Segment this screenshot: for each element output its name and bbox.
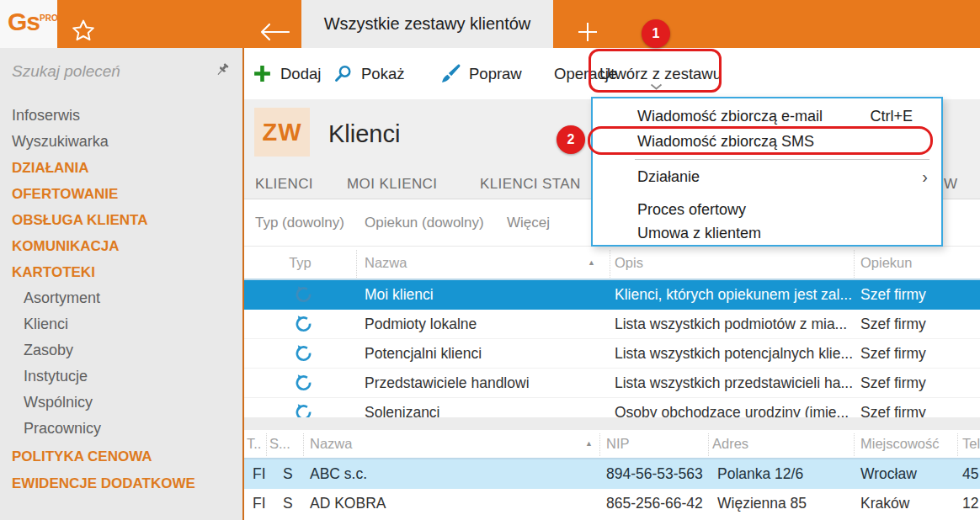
client-phone: 45 xyxy=(962,459,978,489)
new-tab-icon[interactable] xyxy=(576,20,599,44)
clients-col-nazwa[interactable]: Nazwa xyxy=(310,430,352,458)
annotation-step2-marker: 2 xyxy=(557,125,585,154)
sets-table-row-clipped[interactable]: Solenizanci Osoby obchodzące urodziny (i… xyxy=(244,398,980,417)
star-favorites-icon[interactable] xyxy=(71,18,96,44)
sidebar-item-dzialania[interactable]: DZIAŁANIA xyxy=(0,155,242,181)
sidebar-item-zasoby[interactable]: Zasoby xyxy=(0,337,242,363)
clients-col-tel[interactable]: Tel xyxy=(962,430,980,458)
client-type: FI xyxy=(253,489,266,518)
column-divider xyxy=(610,250,610,278)
window-tab-active[interactable]: Wszystkie zestawy klientów xyxy=(301,0,553,48)
sidebar-item-ofertowanie[interactable]: OFERTOWANIE xyxy=(0,181,242,207)
clients-table-row-selected[interactable]: FI S ABC s.c. 894-56-53-563 Polanka 12/6… xyxy=(244,459,980,489)
annotation-step1-marker: 1 xyxy=(642,19,670,48)
tab-moi-klienci[interactable]: MOI KLIENCI xyxy=(347,168,437,199)
refresh-icon xyxy=(294,315,313,334)
menu-item-label: Wiadomość zbiorczą e-mail xyxy=(637,108,823,125)
set-name: Moi klienci xyxy=(365,280,434,310)
column-divider xyxy=(303,433,304,456)
edit-brush-icon[interactable] xyxy=(440,63,461,84)
tab-klienci[interactable]: KLIENCI xyxy=(255,168,313,199)
sidebar-item-wspolnicy[interactable]: Wspólnicy xyxy=(0,390,242,416)
filter-owner[interactable]: Opiekun (dowolny) xyxy=(365,200,484,246)
menu-item-offer-process[interactable]: Proces ofertowy xyxy=(593,197,941,222)
sets-table-row[interactable]: Potencjalni klienci Lista wszystkich pot… xyxy=(244,339,980,369)
menu-item-label: Umowa z klientem xyxy=(637,225,761,241)
search-magnifier-icon[interactable] xyxy=(334,65,352,82)
menu-item-action[interactable]: Działanie › xyxy=(593,164,941,189)
sidebar-item-ewidencje-dodatkowe[interactable]: EWIDENCJE DODATKOWE xyxy=(0,470,242,496)
sort-asc-icon: ▲ xyxy=(588,247,595,279)
client-address: Polanka 12/6 xyxy=(717,459,803,489)
sets-table-row[interactable]: Przedstawiciele handlowi Lista wszystkic… xyxy=(244,369,980,398)
client-type: FI xyxy=(253,459,266,489)
sets-col-typ[interactable]: Typ xyxy=(244,247,356,279)
add-button[interactable]: Dodaj xyxy=(280,48,321,99)
column-divider xyxy=(356,250,357,278)
set-desc: Lista wszystkich przedstawicieli ha... xyxy=(615,369,853,398)
column-divider xyxy=(957,433,958,456)
filter-type[interactable]: Typ (dowolny) xyxy=(255,200,344,246)
module-badge: ZW xyxy=(254,108,310,157)
edit-button[interactable]: Popraw xyxy=(469,48,522,99)
menu-item-label: Działanie xyxy=(637,168,700,185)
sidebar-item-kartoteki[interactable]: KARTOTEKI xyxy=(0,259,242,285)
set-owner: Szef firmy xyxy=(860,310,926,339)
tab-partial[interactable]: W xyxy=(944,168,957,199)
clients-table-row[interactable]: FI S AD KOBRA 865-256-66-42 Więzienna 85… xyxy=(244,489,980,518)
clients-col-adres[interactable]: Adres xyxy=(712,430,748,458)
set-name: Potencjalni klienci xyxy=(365,339,482,369)
app-logo: GsPRO xyxy=(8,8,58,36)
set-owner: Szef firmy xyxy=(860,369,926,398)
menu-separator xyxy=(635,159,929,160)
menu-item-bulk-email[interactable]: Wiadomość zbiorczą e-mail Ctrl+E xyxy=(593,104,941,129)
filter-more[interactable]: Więcej xyxy=(507,200,550,246)
top-bar: GsPRO Wszystkie zestawy klientów xyxy=(0,0,980,48)
clients-col-miejscowosc[interactable]: Miejscowość xyxy=(860,430,940,458)
client-name: ABC s.c. xyxy=(310,459,367,489)
create-from-set-menu: Wiadomość zbiorczą e-mail Ctrl+E Wiadomo… xyxy=(591,97,943,247)
sets-table-row[interactable]: Podmioty lokalne Lista wszystkich podmio… xyxy=(244,310,980,339)
client-status: S xyxy=(283,459,293,489)
sidebar-item-wyszukiwarka[interactable]: Wyszukiwarka xyxy=(0,129,242,155)
client-city: Wrocław xyxy=(860,459,917,489)
sets-col-nazwa[interactable]: Nazwa xyxy=(365,247,407,279)
sidebar-item-komunikacja[interactable]: KOMUNIKACJA xyxy=(0,233,242,259)
pin-icon[interactable] xyxy=(214,61,231,79)
sidebar-item-obsluga-klienta[interactable]: OBSŁUGA KLIENTA xyxy=(0,207,242,233)
client-address: Więzienna 85 xyxy=(717,489,807,518)
set-owner: Szef firmy xyxy=(860,398,926,417)
sets-col-opiekun[interactable]: Opiekun xyxy=(860,247,912,279)
page-title: Klienci xyxy=(328,99,400,168)
client-status: S xyxy=(283,489,293,518)
client-nip: 894-56-53-563 xyxy=(606,459,703,489)
show-button[interactable]: Pokaż xyxy=(361,48,404,99)
add-plus-icon[interactable] xyxy=(253,64,272,83)
tab-klienci-stan[interactable]: KLIENCI STAN xyxy=(480,168,581,199)
app-logo-area: GsPRO xyxy=(0,0,57,48)
sidebar-item-klienci[interactable]: Klienci xyxy=(0,311,242,337)
back-arrow-icon[interactable] xyxy=(258,21,291,43)
search-input[interactable] xyxy=(0,48,214,94)
sets-table-row-selected[interactable]: Moi klienci Klienci, których opiekunem j… xyxy=(244,280,980,310)
column-divider xyxy=(599,433,600,456)
table-splitter[interactable] xyxy=(244,417,980,430)
sort-asc-icon: ▲ xyxy=(585,430,593,458)
clients-col-s[interactable]: S... xyxy=(269,430,290,458)
refresh-icon xyxy=(294,285,313,305)
sidebar-item-infoserwis[interactable]: Infoserwis xyxy=(0,103,242,129)
sets-col-opis[interactable]: Opis xyxy=(615,247,643,279)
client-nip: 865-256-66-42 xyxy=(606,489,703,518)
set-desc: Lista wszystkich potencjalnych klie... xyxy=(615,339,853,369)
clients-table-header: T.. S... Nazwa ▲ NIP Adres Miejscowość T… xyxy=(244,430,980,459)
sidebar-item-asortyment[interactable]: Asortyment xyxy=(0,285,242,311)
shortcut-label: Ctrl+E xyxy=(870,104,913,129)
set-name: Solenizanci xyxy=(365,398,440,417)
sidebar-item-instytucje[interactable]: Instytucje xyxy=(0,363,242,390)
clients-col-nip[interactable]: NIP xyxy=(606,430,630,458)
clients-col-t[interactable]: T.. xyxy=(247,430,261,458)
sidebar-item-pracownicy[interactable]: Pracownicy xyxy=(0,416,242,442)
menu-item-client-contract[interactable]: Umowa z klientem xyxy=(593,221,941,246)
logo-pro-badge: PRO xyxy=(40,13,58,23)
sidebar-item-polityka-cenowa[interactable]: POLITYKA CENOWA xyxy=(0,443,242,470)
